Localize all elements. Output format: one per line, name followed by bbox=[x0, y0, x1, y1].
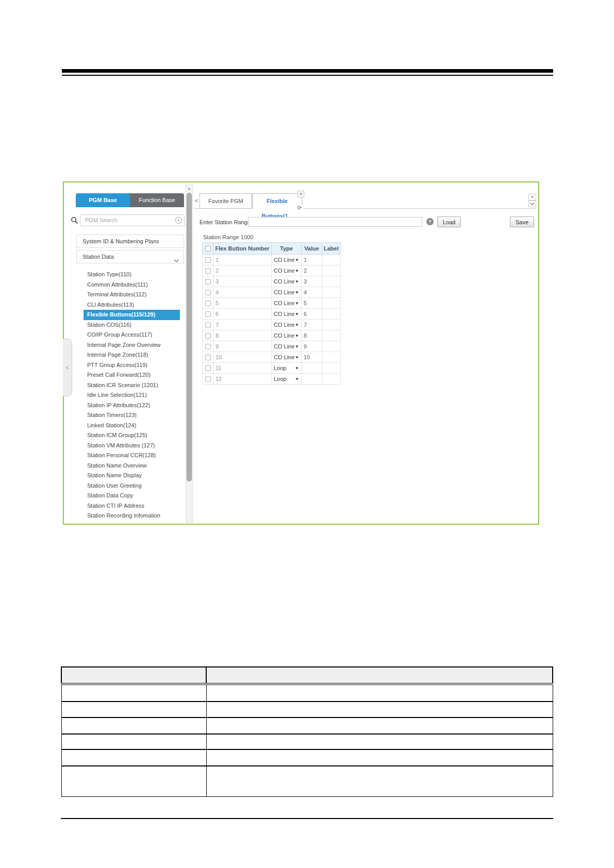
value-cell[interactable]: 9 bbox=[302, 341, 322, 352]
scrollbar-thumb[interactable] bbox=[187, 193, 192, 481]
station-range-input[interactable] bbox=[248, 217, 422, 227]
value-cell[interactable]: 5 bbox=[302, 298, 322, 309]
sidebar-item[interactable]: CLI Attributes(113) bbox=[84, 300, 180, 310]
save-button[interactable]: Save bbox=[510, 216, 534, 227]
document-table-cell bbox=[206, 702, 553, 717]
type-select[interactable]: CO Line▼ bbox=[272, 265, 302, 276]
type-select[interactable]: CO Line▼ bbox=[272, 352, 302, 363]
row-checkbox[interactable] bbox=[205, 365, 211, 371]
pgm-search-input[interactable] bbox=[80, 214, 185, 226]
sidebar-item[interactable]: Station COS(116) bbox=[84, 320, 180, 330]
type-select[interactable]: Loop▼ bbox=[272, 363, 302, 374]
sidebar-item[interactable]: Terminal Attributes(112) bbox=[84, 290, 180, 300]
sidebar-item[interactable]: Station User Greeting bbox=[84, 481, 180, 491]
value-cell[interactable]: 4 bbox=[302, 287, 322, 298]
label-cell[interactable] bbox=[322, 320, 341, 330]
row-checkbox[interactable] bbox=[205, 311, 211, 317]
row-checkbox[interactable] bbox=[205, 333, 211, 339]
type-select[interactable]: CO Line▼ bbox=[272, 287, 302, 298]
label-cell[interactable] bbox=[322, 363, 341, 374]
sidebar-item[interactable]: PTT Group Access(119) bbox=[84, 360, 180, 371]
sidebar-scrollbar[interactable]: ▲ bbox=[186, 185, 193, 523]
row-checkbox[interactable] bbox=[205, 301, 211, 306]
sidebar-item[interactable]: Preset Call Forward(120) bbox=[84, 370, 180, 380]
label-cell[interactable] bbox=[322, 255, 341, 265]
value-cell[interactable] bbox=[302, 374, 322, 385]
value-cell[interactable]: 6 bbox=[302, 309, 322, 320]
row-checkbox[interactable] bbox=[205, 268, 211, 274]
label-cell[interactable] bbox=[322, 309, 341, 320]
sidebar-item[interactable]: Station ICM Group(125) bbox=[84, 430, 180, 441]
type-select[interactable]: CO Line▼ bbox=[272, 330, 302, 341]
flex-table-row: 9CO Line▼9 bbox=[203, 341, 341, 352]
row-checkbox-cell bbox=[203, 374, 213, 385]
help-icon[interactable]: ? bbox=[426, 218, 434, 225]
type-select[interactable]: CO Line▼ bbox=[272, 276, 302, 287]
tab-flexible-buttons[interactable]: Flexible Buttons(1... × ⟳ bbox=[252, 193, 302, 209]
sidebar-item-system-id-numbering-plans[interactable]: System ID & Numbering Plans bbox=[76, 235, 184, 248]
type-select[interactable]: CO Line▼ bbox=[272, 255, 302, 265]
sidebar-item[interactable]: Linked Station(124) bbox=[84, 421, 180, 431]
label-cell[interactable] bbox=[322, 265, 341, 276]
clear-search-icon[interactable]: × bbox=[175, 217, 182, 224]
value-cell[interactable]: 10 bbox=[302, 352, 322, 363]
select-all-checkbox[interactable] bbox=[205, 246, 211, 252]
sidebar-item[interactable]: Station IP Attributes(122) bbox=[84, 400, 180, 411]
close-tab-icon[interactable]: × bbox=[297, 191, 304, 197]
label-cell[interactable] bbox=[322, 330, 341, 341]
load-button[interactable]: Load bbox=[437, 216, 461, 227]
row-checkbox[interactable] bbox=[205, 257, 211, 263]
label-cell[interactable] bbox=[322, 276, 341, 287]
sidebar-item-station-data[interactable]: Station Data bbox=[76, 250, 184, 263]
sidebar-item[interactable]: Station ICR Scenario (1201) bbox=[84, 380, 180, 391]
type-select[interactable]: CO Line▼ bbox=[272, 309, 302, 320]
row-checkbox[interactable] bbox=[205, 344, 211, 349]
sidebar-collapse-handle[interactable]: < bbox=[63, 339, 72, 396]
sidebar-item[interactable]: Station Timers(123) bbox=[84, 410, 180, 421]
panel-collapse-button[interactable] bbox=[528, 201, 536, 207]
row-checkbox[interactable] bbox=[205, 376, 211, 382]
refresh-tab-icon[interactable]: ⟳ bbox=[296, 205, 303, 212]
value-cell[interactable] bbox=[302, 363, 322, 374]
sidebar-item[interactable]: Internal Page Zone(118) bbox=[84, 350, 180, 360]
tab-pgm-base[interactable]: PGM Base bbox=[76, 193, 130, 207]
label-cell[interactable] bbox=[322, 298, 341, 309]
tab-favorite-pgm[interactable]: Favorite PGM bbox=[200, 193, 252, 209]
type-select[interactable]: Loop▼ bbox=[272, 374, 302, 385]
sidebar-item[interactable]: Station Data Copy bbox=[84, 491, 180, 501]
label-cell[interactable] bbox=[322, 287, 341, 298]
value-cell[interactable]: 3 bbox=[302, 276, 322, 287]
type-select[interactable]: CO Line▼ bbox=[272, 341, 302, 352]
value-cell[interactable]: 8 bbox=[302, 330, 322, 341]
label-cell[interactable] bbox=[322, 341, 341, 352]
tab-function-base[interactable]: Function Base bbox=[130, 193, 184, 207]
value-cell[interactable]: 2 bbox=[302, 265, 322, 276]
sidebar-item[interactable]: CO/IP Group Access(117) bbox=[84, 330, 180, 340]
flex-button-number-cell: 12 bbox=[213, 374, 272, 385]
row-checkbox[interactable] bbox=[205, 290, 211, 295]
sidebar-item[interactable]: Station Type(110) bbox=[84, 270, 180, 280]
scroll-up-icon[interactable]: ▲ bbox=[186, 185, 192, 192]
label-cell[interactable] bbox=[322, 374, 341, 385]
row-checkbox[interactable] bbox=[205, 279, 211, 285]
type-select[interactable]: CO Line▼ bbox=[272, 298, 302, 309]
sidebar-item[interactable]: Flexible Buttons(115/129) bbox=[84, 310, 180, 320]
sidebar-item[interactable]: Common Attributes(111) bbox=[84, 280, 180, 290]
value-cell[interactable]: 7 bbox=[302, 320, 322, 330]
sidebar-item[interactable]: Station Recording Infomation bbox=[84, 511, 180, 521]
tab-scroll-left-icon[interactable]: < bbox=[195, 197, 198, 204]
sidebar-item[interactable]: Station Personal CCR(128) bbox=[84, 450, 180, 461]
sidebar-item[interactable]: Internal Page Zone Overview bbox=[84, 340, 180, 350]
row-checkbox[interactable] bbox=[205, 322, 211, 328]
sidebar-item[interactable]: Station CTI IP Address bbox=[84, 501, 180, 511]
value-cell[interactable]: 1 bbox=[302, 255, 322, 265]
panel-close-button[interactable]: × bbox=[528, 194, 536, 201]
sidebar-item[interactable]: Station Name Display bbox=[84, 471, 180, 481]
row-checkbox[interactable] bbox=[205, 355, 211, 360]
type-select[interactable]: CO Line▼ bbox=[272, 320, 302, 330]
sidebar-item[interactable]: Station Name Overview bbox=[84, 461, 180, 471]
document-table-header-cell bbox=[61, 667, 206, 684]
label-cell[interactable] bbox=[322, 352, 341, 363]
sidebar-item[interactable]: Idle Line Selection(121) bbox=[84, 390, 180, 400]
sidebar-item[interactable]: Station VM Attributes (127) bbox=[84, 441, 180, 451]
